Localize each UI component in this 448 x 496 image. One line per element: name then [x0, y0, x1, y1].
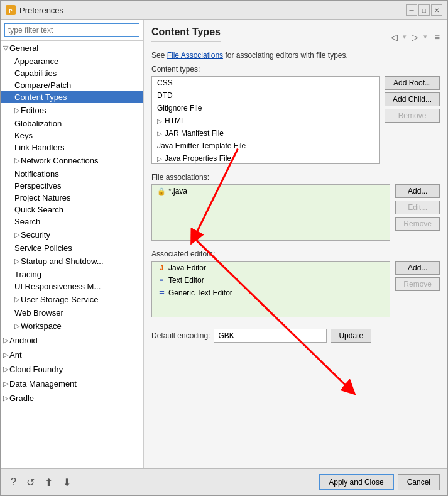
add-button-2[interactable]: Add...: [395, 261, 440, 275]
tree-item-android[interactable]: ▷ Android: [1, 333, 143, 348]
tree-item-startup[interactable]: ▷ Startup and Shutdow...: [1, 254, 143, 268]
html-label: HTML: [165, 116, 185, 125]
content-type-dtd[interactable]: DTD: [152, 89, 379, 102]
preferences-window: P Preferences ─ □ ✕ ▽ General: [0, 0, 448, 496]
tree-item-link-handlers[interactable]: Link Handlers: [1, 141, 143, 153]
tree-item-ui-responsiveness[interactable]: UI Responsiveness M...: [1, 280, 143, 292]
tree-item-notifications[interactable]: Notifications: [1, 168, 143, 180]
apply-and-close-button[interactable]: Apply and Close: [319, 474, 393, 490]
content-type-html[interactable]: ▷ HTML: [152, 114, 379, 127]
file-associations-listbox[interactable]: 🔒 *.java: [151, 184, 390, 241]
tree-label-gradle: Gradle: [9, 394, 34, 403]
assoc-editor-buttons: Add... Remove: [395, 261, 440, 321]
nav-back-button[interactable]: ◁: [388, 31, 400, 43]
remove-button-2[interactable]: Remove: [395, 217, 440, 231]
tree-label-editors: Editors: [21, 106, 46, 115]
filter-input[interactable]: [4, 23, 139, 37]
help-button[interactable]: ?: [8, 475, 19, 489]
tree-item-security[interactable]: ▷ Security: [1, 228, 143, 242]
tree-item-perspectives[interactable]: Perspectives: [1, 180, 143, 192]
bottom-left-buttons: ? ↺ ⬆ ⬇: [8, 475, 74, 490]
remove-button-1[interactable]: Remove: [385, 109, 440, 123]
tree-item-data-management[interactable]: ▷ Data Management: [1, 377, 143, 391]
export-button[interactable]: ⬆: [42, 475, 55, 490]
expand-arrow-workspace: ▷: [14, 322, 19, 330]
restore-button[interactable]: ↺: [24, 475, 37, 490]
associated-editors-label: Associated editors:: [151, 250, 440, 258]
tree-item-project-natures[interactable]: Project Natures: [1, 192, 143, 204]
bottom-right-buttons: Apply and Close Cancel: [319, 474, 440, 490]
jet-label: Java Emitter Template File: [157, 141, 246, 150]
content-types-listbox[interactable]: CSS DTD Gitignore File ▷ HTML: [151, 76, 380, 164]
minimize-button[interactable]: ─: [406, 4, 417, 16]
edit-button[interactable]: Edit...: [395, 201, 440, 214]
tree-label-network: Network Connections: [21, 156, 99, 165]
java-pattern-label: *.java: [168, 187, 187, 196]
content-type-jar[interactable]: ▷ JAR Manifest File: [152, 127, 379, 140]
content-type-gitignore[interactable]: Gitignore File: [152, 102, 379, 114]
associated-editors-listbox[interactable]: J Java Editor ≡ Text Editor ☰ Generic Te…: [151, 261, 390, 317]
tree-item-web-browser[interactable]: Web Browser: [1, 307, 143, 319]
tree-label-workspace: Workspace: [21, 321, 62, 331]
tree-item-cloud-foundry[interactable]: ▷ Cloud Foundry: [1, 362, 143, 377]
expand-arrow-ant: ▷: [3, 351, 8, 359]
tree-label-android: Android: [9, 336, 38, 345]
tree-item-user-storage[interactable]: ▷ User Storage Service: [1, 292, 143, 307]
import-button[interactable]: ⬇: [60, 475, 74, 490]
tree-label-security: Security: [21, 230, 50, 240]
tree-item-general[interactable]: ▽ General: [1, 41, 143, 55]
content-type-jet[interactable]: Java Emitter Template File: [152, 140, 379, 152]
tree-item-appearance[interactable]: Appearance: [1, 55, 143, 67]
file-associations-section: 🔒 *.java Add... Edit... Remove: [151, 184, 440, 245]
content-type-jprop[interactable]: ▷ Java Properties File: [152, 152, 379, 164]
java-editor-label: Java Editor: [168, 263, 206, 272]
close-button[interactable]: ✕: [431, 4, 442, 16]
maximize-button[interactable]: □: [418, 4, 430, 16]
expand-arrow-data-management: ▷: [3, 380, 8, 388]
nav-forward-button[interactable]: ▷: [409, 31, 421, 43]
editor-generic[interactable]: ☰ Generic Text Editor: [152, 287, 390, 299]
tree-item-tracing[interactable]: Tracing: [1, 268, 143, 280]
content-types-section: CSS DTD Gitignore File ▷ HTML: [151, 76, 440, 168]
editor-text[interactable]: ≡ Text Editor: [152, 274, 390, 287]
window-icon: P: [6, 5, 16, 15]
left-panel: ▽ General Appearance Capabilities Compar…: [1, 20, 144, 468]
tree-item-gradle[interactable]: ▷ Gradle: [1, 391, 143, 405]
editor-java[interactable]: J Java Editor: [152, 262, 390, 274]
tree-item-globalization[interactable]: Globalization: [1, 118, 143, 130]
cancel-button[interactable]: Cancel: [398, 474, 440, 490]
update-button[interactable]: Update: [331, 329, 371, 343]
window-title: Preferences: [19, 6, 63, 15]
bottom-bar: ? ↺ ⬆ ⬇ Apply and Close Cancel: [1, 468, 447, 495]
expand-arrow-general: ▽: [3, 44, 8, 52]
remove-button-3[interactable]: Remove: [395, 277, 440, 291]
add-root-button[interactable]: Add Root...: [385, 76, 440, 90]
encoding-input[interactable]: [214, 329, 327, 343]
tree-item-ant[interactable]: ▷ Ant: [1, 348, 143, 362]
tree-item-search[interactable]: Search: [1, 216, 143, 228]
encoding-row: Default encoding: Update: [151, 329, 440, 343]
tree-item-quick-search[interactable]: Quick Search: [1, 204, 143, 216]
file-associations-link[interactable]: File Associations: [167, 51, 223, 60]
content-type-css[interactable]: CSS: [152, 77, 379, 89]
add-child-button[interactable]: Add Child...: [385, 92, 440, 106]
text-editor-label: Text Editor: [168, 276, 204, 285]
tree-item-workspace[interactable]: ▷ Workspace: [1, 319, 143, 333]
right-panel-wrapper: Content Types ◁ ▾ ▷ ▾ ≡ See File Associa…: [144, 20, 447, 468]
tree-item-keys[interactable]: Keys: [1, 130, 143, 141]
tree-item-network[interactable]: ▷ Network Connections: [1, 153, 143, 168]
add-button-1[interactable]: Add...: [395, 184, 440, 198]
jar-label: JAR Manifest File: [165, 129, 224, 138]
expand-arrow-editors: ▷: [14, 106, 19, 114]
tree-item-capabilities[interactable]: Capabilities: [1, 67, 143, 79]
tree-item-service-policies[interactable]: Service Policies: [1, 242, 143, 254]
associated-editors-list-wrap: J Java Editor ≡ Text Editor ☰ Generic Te…: [151, 261, 390, 321]
lock-icon: 🔒: [157, 187, 166, 196]
jprop-label: Java Properties File: [165, 154, 231, 163]
description-text: See File Associations for associating ed…: [151, 51, 440, 60]
main-content: ▽ General Appearance Capabilities Compar…: [1, 20, 447, 468]
tree-item-compare[interactable]: Compare/Patch: [1, 79, 143, 91]
tree-item-content-types[interactable]: Content Types: [1, 91, 143, 103]
tree-item-editors[interactable]: ▷ Editors: [1, 103, 143, 118]
file-assoc-java[interactable]: 🔒 *.java: [152, 185, 390, 197]
